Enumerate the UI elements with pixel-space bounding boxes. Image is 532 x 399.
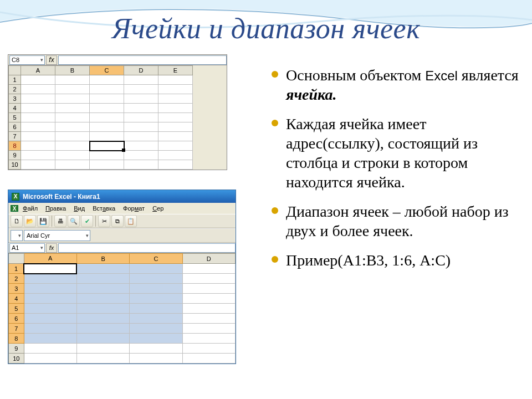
row-header-9b[interactable]: 9	[9, 344, 24, 354]
copy-icon[interactable]: ⧉	[111, 215, 124, 227]
formula-bar: C8 fx	[8, 55, 227, 65]
slide-title: Ячейки и диапазон ячеек	[0, 12, 532, 45]
row-header-10[interactable]: 10	[9, 160, 21, 170]
row-header-2b[interactable]: 2	[9, 274, 24, 284]
cut-icon[interactable]: ✂	[98, 215, 110, 227]
cell-A1[interactable]	[24, 264, 76, 274]
bullet-4: Пример(А1:В3, 1:6, А:С)	[272, 250, 521, 280]
col-header-B-b[interactable]: B	[76, 254, 129, 264]
row-header-10b[interactable]: 10	[9, 354, 24, 364]
row-header-4b[interactable]: 4	[9, 294, 24, 304]
paste-icon[interactable]: 📋	[125, 215, 137, 227]
row-header-7b[interactable]: 7	[9, 324, 24, 334]
col-header-E[interactable]: E	[158, 66, 193, 75]
col-header-A[interactable]: A	[21, 66, 55, 75]
excel-screenshot-bottom: Microsoft Excel - Книга1 ФФайлайл Правка…	[8, 190, 236, 364]
row-header-5b[interactable]: 5	[9, 304, 24, 314]
fx-icon[interactable]: fx	[46, 55, 57, 65]
row-header-3[interactable]: 3	[9, 94, 21, 104]
bullet-2: Каждая ячейка имеет адрес(ссылку), состо…	[272, 114, 521, 202]
open-icon[interactable]: 📂	[24, 215, 36, 227]
grid-b[interactable]: A B C D 1 2 3 4 5 6 7 8 9 10	[8, 253, 236, 364]
row-header-8b[interactable]: 8	[9, 334, 24, 344]
content-area: Основным объектом Excel является ячейка.…	[272, 65, 521, 280]
row-header-6b[interactable]: 6	[9, 314, 24, 324]
spell-icon[interactable]: ✔	[81, 215, 93, 227]
preview-icon[interactable]: 🔍	[68, 215, 80, 227]
font-select[interactable]: Arial Cyr	[24, 230, 90, 241]
select-all-corner[interactable]	[9, 66, 21, 75]
row-header-5[interactable]: 5	[9, 113, 21, 122]
new-icon[interactable]: 🗋	[11, 215, 23, 227]
bullet-1-emph: ячейка.	[286, 86, 337, 103]
menu-file[interactable]: ФФайлайл	[19, 204, 41, 213]
col-header-B[interactable]: B	[55, 66, 90, 75]
row-header-7[interactable]: 7	[9, 132, 21, 141]
row-header-1[interactable]: 1	[9, 75, 21, 85]
menu-edit[interactable]: Правка	[42, 204, 69, 213]
toolbar-sep	[52, 216, 52, 227]
toolbar-sep-2	[95, 216, 96, 227]
menu-view[interactable]: Вид	[70, 204, 88, 213]
bullet-1-excel: Excel	[425, 68, 458, 83]
col-header-D-b[interactable]: D	[182, 254, 235, 264]
active-cell-C8[interactable]	[90, 141, 124, 151]
col-header-A-b[interactable]: A	[24, 254, 76, 264]
doc-icon	[11, 205, 18, 212]
formula-input-b[interactable]	[58, 243, 236, 253]
grid-a[interactable]: A B C D E 1 2 3 4 5 6 7 8 9 10	[8, 65, 193, 170]
style-select[interactable]	[11, 230, 23, 241]
row-header-1b[interactable]: 1	[9, 264, 24, 274]
print-icon[interactable]: 🖶	[54, 215, 66, 227]
menu-bar: ФФайлайл Правка Вид Вставка Формат Сер	[8, 203, 236, 214]
standard-toolbar: 🗋 📂 💾 🖶 🔍 ✔ ✂ ⧉ 📋	[8, 214, 236, 228]
row-header-3b[interactable]: 3	[9, 284, 24, 294]
formula-bar-b: A1 fx	[8, 243, 236, 253]
menu-service[interactable]: Сер	[149, 204, 167, 213]
formula-input[interactable]	[58, 55, 227, 65]
row-header-6[interactable]: 6	[9, 122, 21, 132]
row-header-2[interactable]: 2	[9, 85, 21, 94]
row-header-4[interactable]: 4	[9, 104, 21, 113]
name-box-b[interactable]: A1	[9, 243, 45, 253]
select-all-corner-b[interactable]	[9, 254, 24, 264]
menu-format[interactable]: Формат	[120, 204, 148, 213]
bullet-1-text-a: Основным объектом	[286, 66, 425, 84]
col-header-D[interactable]: D	[124, 66, 158, 75]
bullet-1-text-c: является	[458, 66, 519, 84]
window-title: Microsoft Excel - Книга1	[23, 193, 100, 201]
excel-screenshot-top: C8 fx A B C D E 1 2 3 4 5 6 7 8 9 10	[8, 54, 227, 170]
bullet-1: Основным объектом Excel является ячейка.	[272, 65, 521, 114]
bullet-3: Диапазон ячеек – любой набор из двух и б…	[272, 202, 521, 250]
row-header-9[interactable]: 9	[9, 151, 21, 160]
name-box[interactable]: C8	[9, 55, 45, 65]
window-titlebar: Microsoft Excel - Книга1	[8, 190, 236, 203]
fx-icon-b[interactable]: fx	[46, 243, 57, 253]
save-icon[interactable]: 💾	[37, 215, 49, 227]
row-header-8[interactable]: 8	[9, 141, 21, 151]
col-header-C[interactable]: C	[90, 66, 124, 75]
format-toolbar: Arial Cyr	[8, 228, 236, 243]
excel-app-icon	[12, 193, 19, 201]
menu-insert[interactable]: Вставка	[89, 204, 119, 213]
col-header-C-b[interactable]: C	[130, 254, 182, 264]
